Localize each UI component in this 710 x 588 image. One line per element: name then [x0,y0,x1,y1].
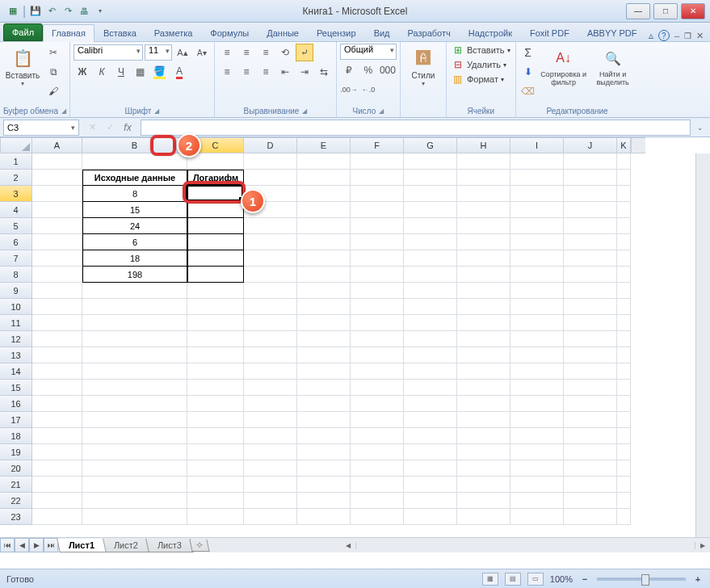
cell-K14[interactable] [617,363,631,380]
cell-E10[interactable] [297,299,351,315]
cell-J7[interactable] [564,250,617,267]
cell-F11[interactable] [351,315,404,331]
cell-K6[interactable] [617,234,631,250]
alignment-launcher-icon[interactable]: ◢ [302,107,307,115]
merge-button[interactable]: ⇆ [315,63,333,81]
cell-B1[interactable] [82,153,187,170]
increase-font-button[interactable]: A▴ [174,44,191,61]
zoom-slider[interactable] [597,578,686,581]
col-header-F[interactable]: F [351,137,404,153]
save-icon[interactable]: 💾 [29,5,42,18]
cell-I14[interactable] [510,363,564,380]
cell-F22[interactable] [351,493,404,509]
format-painter-button[interactable]: 🖌 [44,82,62,100]
cell-F12[interactable] [351,331,404,347]
cell-D18[interactable] [244,428,297,444]
cell-I5[interactable] [510,218,564,234]
cell-E14[interactable] [297,363,351,380]
bold-button[interactable]: Ж [74,63,91,81]
cell-G20[interactable] [404,460,457,477]
cell-B23[interactable] [82,509,187,525]
cell-I23[interactable] [510,509,564,525]
tab-addins[interactable]: Надстройк [460,24,521,41]
cell-G2[interactable] [404,170,457,186]
cell-B8[interactable]: 198 [82,267,187,283]
vertical-scrollbar[interactable] [695,153,710,537]
cell-I19[interactable] [510,444,564,460]
cell-K8[interactable] [617,267,631,283]
cell-A1[interactable] [32,153,82,170]
cell-B4[interactable]: 15 [82,202,187,218]
cell-H13[interactable] [457,347,510,363]
cell-K2[interactable] [617,170,631,186]
cell-J14[interactable] [564,363,617,380]
sheet-tab-3[interactable]: Лист3 [145,539,194,552]
row-header-2[interactable]: 2 [0,170,32,186]
cell-G21[interactable] [404,477,457,493]
clear-button[interactable]: ⌫ [519,82,537,100]
sheet-tab-2[interactable]: Лист2 [102,539,150,552]
autosum-button[interactable]: Σ [519,44,537,61]
tab-abbyy[interactable]: ABBYY PDF [578,24,646,41]
expand-formula-bar-button[interactable]: ⌄ [694,124,707,132]
cell-C2[interactable]: Логарифм [187,170,244,186]
cell-A2[interactable] [32,170,82,186]
tab-insert[interactable]: Вставка [95,24,145,41]
cell-C7[interactable] [187,250,244,267]
cell-G5[interactable] [404,218,457,234]
decrease-font-button[interactable]: A▾ [193,44,211,61]
font-color-button[interactable]: A [170,63,188,81]
select-all-button[interactable] [0,137,32,153]
cell-D19[interactable] [244,444,297,460]
sheet-tab-1[interactable]: Лист1 [57,539,107,552]
cell-F9[interactable] [351,283,404,299]
cell-K1[interactable] [617,153,631,170]
cell-D23[interactable] [244,509,297,525]
cell-H3[interactable] [457,186,510,202]
cell-G8[interactable] [404,267,457,283]
cell-E17[interactable] [297,412,351,428]
cell-E18[interactable] [297,428,351,444]
cell-D7[interactable] [244,250,297,267]
cell-J6[interactable] [564,234,617,250]
cell-K9[interactable] [617,283,631,299]
styles-button[interactable]: 🅰 Стили ▾ [404,44,443,87]
cell-D12[interactable] [244,331,297,347]
format-cells-button[interactable]: ▥Формат▾ [450,73,512,86]
number-format-select[interactable]: Общий [340,44,397,60]
row-header-14[interactable]: 14 [0,363,32,380]
cell-B11[interactable] [82,315,187,331]
cell-K17[interactable] [617,412,631,428]
minimize-ribbon-icon[interactable]: ▵ [649,30,653,41]
row-header-20[interactable]: 20 [0,460,32,477]
cell-J3[interactable] [564,186,617,202]
cell-F13[interactable] [351,347,404,363]
cell-A5[interactable] [32,218,82,234]
zoom-out-button[interactable]: − [579,574,590,584]
cell-H19[interactable] [457,444,510,460]
cell-I4[interactable] [510,202,564,218]
cell-A17[interactable] [32,412,82,428]
decrease-decimal-button[interactable]: ←.0 [359,81,377,99]
cell-H9[interactable] [457,283,510,299]
cell-E11[interactable] [297,315,351,331]
cell-G19[interactable] [404,444,457,460]
cell-G18[interactable] [404,428,457,444]
col-header-J[interactable]: J [564,137,617,153]
cell-D11[interactable] [244,315,297,331]
cell-B6[interactable]: 6 [82,234,187,250]
cell-F6[interactable] [351,234,404,250]
paste-button[interactable]: 📋 Вставить ▾ [3,44,42,87]
cell-I16[interactable] [510,396,564,412]
cell-I13[interactable] [510,347,564,363]
cell-B22[interactable] [82,493,187,509]
cell-F7[interactable] [351,250,404,267]
increase-indent-button[interactable]: ⇥ [296,63,313,81]
cell-H7[interactable] [457,250,510,267]
comma-button[interactable]: 000 [379,61,397,79]
row-header-6[interactable]: 6 [0,234,32,250]
cell-C15[interactable] [187,380,244,396]
close-button[interactable]: ✕ [681,3,705,19]
cell-H14[interactable] [457,363,510,380]
cell-J8[interactable] [564,267,617,283]
